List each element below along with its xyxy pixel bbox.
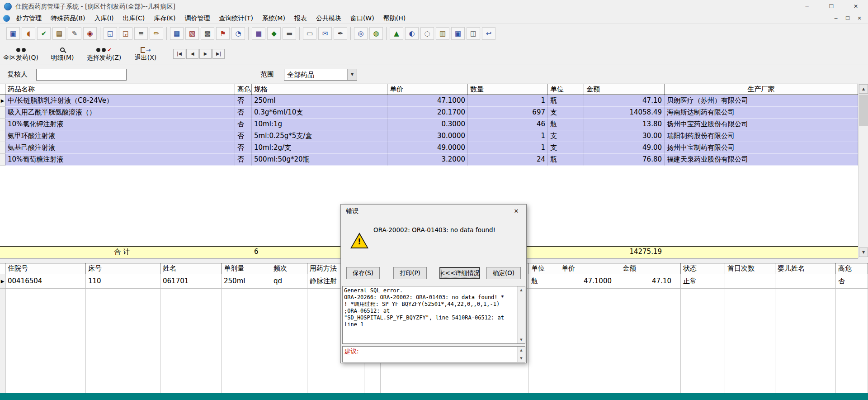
cell-amount[interactable]: 49.00 (584, 142, 665, 154)
truck-icon[interactable]: ▬ (283, 27, 296, 40)
undo-icon[interactable]: ↩ (482, 27, 495, 40)
cell-unit-price[interactable]: 47.1000 (387, 95, 468, 107)
table-icon[interactable]: ▦ (170, 27, 184, 40)
minimize-icon[interactable]: ─ (795, 0, 819, 13)
column-header-unit-price[interactable]: 单价 (559, 263, 620, 274)
inbox-icon[interactable]: ◱ (104, 27, 117, 40)
cell-quantity[interactable]: 697 (468, 107, 548, 119)
find-icon[interactable]: ◌ (420, 27, 434, 40)
cell-bed-no[interactable]: 110 (86, 274, 160, 289)
menu-item-system[interactable]: 系统(M) (258, 14, 290, 23)
outbox-icon[interactable]: ◲ (119, 27, 132, 40)
pencil-icon[interactable]: ✏ (150, 27, 163, 40)
cell-unit-price[interactable]: 30.0000 (387, 130, 468, 142)
suggestion-scrollbar[interactable]: ▲ ▼ (517, 347, 525, 362)
capsule-icon[interactable]: ◖ (22, 27, 35, 40)
menu-item-window[interactable]: 窗口(W) (346, 14, 379, 23)
cell-spec[interactable]: 250ml (252, 95, 387, 107)
next-record-icon[interactable]: ▶ (199, 49, 212, 59)
cell-unit[interactable]: 瓶 (548, 154, 584, 166)
table-row[interactable]: 氨基己酸注射液 否 10ml:2g/支 49.0000 1 支 49.00 扬州… (0, 142, 868, 154)
cell-amount[interactable]: 47.10 (584, 95, 665, 107)
cell-infant-name[interactable] (775, 274, 836, 289)
reviewer-input[interactable] (36, 69, 127, 81)
cell-quantity[interactable]: 46 (468, 119, 548, 130)
column-header-status[interactable]: 状态 (681, 263, 725, 274)
table-row[interactable]: 10%氯化钾注射液 否 10ml:1g 0.3000 46 瓶 13.80 扬州… (0, 119, 868, 130)
mdi-restore-icon[interactable]: ☐ (842, 15, 854, 21)
detail-scrollbar[interactable]: ▲ ▼ (517, 286, 525, 343)
cell-manufacturer[interactable]: 贝朗医疗（苏州）有限公司 (665, 95, 858, 107)
column-header-high-risk[interactable]: 高危 (235, 84, 252, 95)
cell-amount[interactable]: 13.80 (584, 119, 665, 130)
column-header-unit[interactable]: 单位 (529, 263, 559, 274)
cell-manufacturer[interactable]: 福建天泉药业股份有限公司 (665, 154, 858, 166)
flag-icon[interactable]: ⚑ (216, 27, 230, 40)
edit-doc-icon[interactable]: ✎ (68, 27, 81, 40)
cell-manufacturer[interactable]: 瑞阳制药股份有限公司 (665, 130, 858, 142)
column-header-unit-price[interactable]: 单价 (387, 84, 468, 95)
pen-icon[interactable]: ✒ (334, 27, 347, 40)
table-row[interactable]: 吸入用乙酰半胱氨酸溶液（） 否 0.3g*6ml/10支 20.1700 697… (0, 107, 868, 119)
last-record-icon[interactable]: ▶| (212, 49, 225, 59)
cell-frequency[interactable]: qd (271, 274, 307, 289)
mail-icon[interactable]: ✉ (318, 27, 332, 40)
cell-status[interactable]: 正常 (681, 274, 725, 289)
column-header-amount[interactable]: 金额 (620, 263, 681, 274)
cell-quantity[interactable]: 24 (468, 154, 548, 166)
cell-unit-price[interactable]: 47.1000 (559, 274, 620, 289)
scroll-up-icon[interactable]: ▲ (859, 84, 868, 94)
clock-icon[interactable]: ◔ (231, 27, 245, 40)
copy-icon[interactable]: ▣ (451, 27, 465, 40)
cell-single-dose[interactable]: 250ml (222, 274, 271, 289)
cell-unit[interactable]: 瓶 (548, 95, 584, 107)
save-button[interactable]: 保存(S) (346, 267, 380, 279)
column-header-high-risk[interactable]: 高危 (836, 263, 868, 274)
print-button[interactable]: 打印(P) (393, 267, 427, 279)
cell-high-risk[interactable]: 否 (836, 274, 868, 289)
scroll-down-icon[interactable]: ▼ (518, 355, 525, 362)
cell-spec[interactable]: 0.3g*6ml/10支 (252, 107, 387, 119)
globe-icon[interactable]: ◐ (405, 27, 419, 40)
column-header-admission-no[interactable]: 住院号 (5, 263, 86, 274)
table-row[interactable]: ▶ 中/长链脂肪乳注射液（C8-24Ve） 否 250ml 47.1000 1 … (0, 95, 868, 107)
scope-select[interactable]: 全部药品 ▼ (284, 69, 357, 81)
menu-item-price-adjust[interactable]: 调价管理 (180, 14, 214, 23)
cell-unit[interactable]: 支 (548, 142, 584, 154)
column-header-quantity[interactable]: 数量 (468, 84, 548, 95)
close-icon[interactable]: ✕ (844, 0, 868, 13)
cell-unit-price[interactable]: 0.3000 (387, 119, 468, 130)
vertical-scrollbar[interactable]: ▲ ▼ (858, 84, 868, 258)
cell-unit[interactable]: 支 (548, 130, 584, 142)
cell-spec[interactable]: 10ml:2g/支 (252, 142, 387, 154)
stamp-icon[interactable]: ◉ (83, 27, 97, 40)
approve-icon[interactable]: ✔ (37, 27, 51, 40)
cell-quantity[interactable]: 1 (468, 142, 548, 154)
cell-amount[interactable]: 30.00 (584, 130, 665, 142)
cell-spec[interactable]: 500ml:50g*20瓶 (252, 154, 387, 166)
cell-spec[interactable]: 10ml:1g (252, 119, 387, 130)
cell-high-risk[interactable]: 否 (235, 142, 252, 154)
column-header-patient-name[interactable]: 姓名 (160, 263, 222, 274)
cell-unit-price[interactable]: 49.0000 (387, 142, 468, 154)
cell-unit-price[interactable]: 3.2000 (387, 154, 468, 166)
cell-high-risk[interactable]: 否 (235, 119, 252, 130)
menu-item-query-stats[interactable]: 查询统计(T) (214, 14, 257, 23)
cell-unit[interactable]: 支 (548, 107, 584, 119)
ledger-icon[interactable]: ▤ (52, 27, 66, 40)
cell-drug-name[interactable]: 中/长链脂肪乳注射液（C8-24Ve） (5, 95, 235, 107)
mdi-close-icon[interactable]: ✕ (854, 15, 865, 21)
column-header-manufacturer[interactable]: 生产厂家 (665, 84, 858, 95)
column-header-first-day-times[interactable]: 首日次数 (725, 263, 775, 274)
cell-amount[interactable]: 47.10 (620, 274, 681, 289)
printer-icon[interactable]: ▭ (303, 27, 316, 40)
target-icon[interactable]: ◍ (369, 27, 383, 40)
cell-quantity[interactable]: 1 (468, 95, 548, 107)
prev-record-icon[interactable]: ◀ (186, 49, 198, 59)
select-dispense-button[interactable]: ✔ 选择发药(Z) (85, 44, 123, 64)
chart-icon[interactable]: ▲ (390, 27, 403, 40)
cell-amount[interactable]: 76.80 (584, 154, 665, 166)
column-header-drug-name[interactable]: 药品名称 (5, 84, 235, 95)
report-icon[interactable]: ▥ (436, 27, 449, 40)
chevron-down-icon[interactable]: ▼ (347, 69, 357, 80)
